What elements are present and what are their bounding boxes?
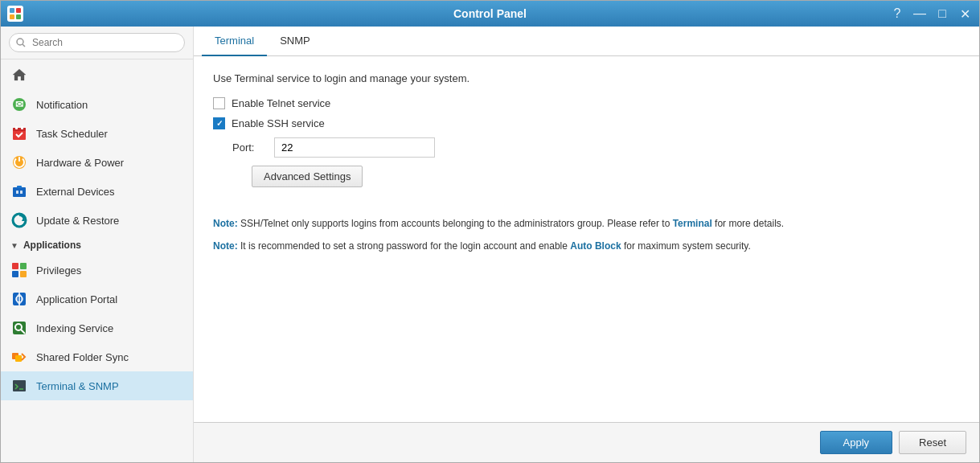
title-bar: Control Panel ? — □ ✕ — [1, 1, 979, 27]
hardware-power-icon — [10, 154, 28, 171]
close-button[interactable]: ✕ — [957, 6, 973, 22]
bottom-bar: Apply Reset — [194, 422, 979, 462]
home-icon — [10, 66, 28, 84]
application-portal-icon — [10, 290, 28, 308]
svg-rect-32 — [13, 380, 26, 391]
note1-label: Note: — [213, 218, 238, 229]
sidebar-label-privileges: Privileges — [36, 264, 81, 277]
window-controls: ? — □ ✕ — [889, 6, 973, 22]
port-row: Port: — [232, 137, 960, 158]
sidebar-label-external-devices: External Devices — [36, 186, 115, 198]
tab-terminal[interactable]: Terminal — [202, 27, 267, 56]
help-button[interactable]: ? — [889, 6, 905, 21]
ssh-checkbox-wrapper: Enable SSH service — [213, 117, 325, 129]
sidebar-label-application-portal: Application Portal — [36, 293, 117, 305]
external-devices-icon — [10, 182, 28, 200]
sidebar-item-external-devices[interactable]: External Devices — [1, 177, 193, 206]
note1: Note: SSH/Telnet only supports logins fr… — [213, 216, 960, 231]
sidebar-item-hardware-power[interactable]: Hardware & Power — [1, 148, 193, 177]
sidebar-label-task-scheduler: Task Scheduler — [36, 128, 108, 140]
panel-content: Use Terminal service to login and manage… — [194, 56, 979, 422]
window-title: Control Panel — [453, 7, 527, 20]
panel-description: Use Terminal service to login and manage… — [213, 72, 960, 84]
sidebar-item-update-restore[interactable]: Update & Restore — [1, 206, 193, 235]
ssh-checkbox[interactable] — [213, 117, 225, 129]
note1-text: SSH/Telnet only supports logins from acc… — [240, 218, 673, 229]
sidebar-home[interactable] — [1, 59, 193, 90]
svg-rect-1 — [16, 8, 21, 13]
shared-folder-sync-icon — [10, 348, 28, 366]
sidebar-item-terminal-snmp[interactable]: Terminal & SNMP — [1, 371, 193, 400]
applications-section-header[interactable]: ▼ Applications — [1, 235, 193, 256]
telnet-checkbox[interactable] — [213, 97, 225, 109]
sidebar: ✉ Notification Task Scheduler — [1, 27, 194, 462]
sidebar-item-privileges[interactable]: Privileges — [1, 256, 193, 285]
advanced-settings-area: Advanced Settings — [232, 166, 960, 200]
svg-rect-15 — [16, 191, 18, 194]
svg-rect-22 — [20, 271, 27, 277]
telnet-checkbox-wrapper: Enable Telnet service — [213, 97, 330, 109]
tab-snmp[interactable]: SNMP — [267, 27, 323, 56]
note2-suffix: for maximum system security. — [624, 240, 751, 252]
ssh-row: Enable SSH service — [213, 117, 960, 129]
content-area: Terminal SNMP Use Terminal service to lo… — [194, 27, 979, 462]
svg-rect-10 — [21, 126, 23, 129]
terminal-link[interactable]: Terminal — [673, 218, 712, 229]
svg-rect-14 — [17, 186, 22, 188]
terminal-snmp-icon — [10, 377, 28, 395]
svg-rect-3 — [16, 14, 21, 19]
main-layout: ✉ Notification Task Scheduler — [1, 27, 979, 462]
notification-icon: ✉ — [10, 96, 28, 113]
note2-text: It is recommended to set a strong passwo… — [240, 240, 570, 252]
svg-rect-9 — [15, 126, 18, 129]
sidebar-item-shared-folder-sync[interactable]: Shared Folder Sync — [1, 342, 193, 371]
svg-rect-2 — [10, 14, 14, 19]
sidebar-item-application-portal[interactable]: Application Portal — [1, 285, 193, 313]
svg-rect-13 — [13, 187, 26, 197]
port-label: Port: — [232, 141, 264, 154]
sidebar-item-notification[interactable]: ✉ Notification — [1, 90, 193, 119]
applications-section-label: Applications — [23, 240, 81, 251]
sidebar-label-terminal-snmp: Terminal & SNMP — [36, 380, 119, 392]
sidebar-label-notification: Notification — [36, 99, 88, 111]
privileges-icon — [10, 261, 28, 279]
sidebar-label-indexing-service: Indexing Service — [36, 322, 113, 334]
svg-rect-8 — [13, 128, 26, 131]
reset-button[interactable]: Reset — [899, 431, 966, 454]
note1-suffix: for more details. — [715, 218, 784, 229]
sidebar-search-area — [1, 27, 193, 59]
chevron-icon: ▼ — [10, 241, 18, 250]
maximize-button[interactable]: □ — [934, 6, 950, 21]
sidebar-item-task-scheduler[interactable]: Task Scheduler — [1, 119, 193, 148]
tabs-bar: Terminal SNMP — [194, 27, 979, 56]
search-input[interactable] — [9, 33, 185, 52]
svg-rect-31 — [15, 355, 22, 362]
svg-rect-0 — [10, 8, 14, 13]
svg-rect-12 — [18, 157, 20, 162]
app-icon — [7, 6, 23, 22]
sidebar-label-update-restore: Update & Restore — [36, 215, 119, 227]
title-bar-left — [7, 6, 23, 22]
port-input[interactable] — [274, 137, 435, 158]
svg-marker-4 — [13, 69, 26, 80]
control-panel-window: Control Panel ? — □ ✕ — [0, 0, 980, 463]
indexing-service-icon — [10, 319, 28, 337]
svg-rect-20 — [20, 263, 27, 269]
update-restore-icon — [10, 211, 28, 229]
sidebar-label-hardware-power: Hardware & Power — [36, 157, 124, 169]
sidebar-item-indexing-service[interactable]: Indexing Service — [1, 313, 193, 342]
telnet-label: Enable Telnet service — [232, 97, 330, 109]
apply-button[interactable]: Apply — [820, 431, 893, 454]
minimize-button[interactable]: — — [912, 6, 928, 21]
note2: Note: It is recommended to set a strong … — [213, 239, 960, 253]
note2-label: Note: — [213, 240, 238, 252]
task-scheduler-icon — [10, 125, 28, 142]
svg-rect-16 — [20, 191, 23, 194]
advanced-settings-button[interactable]: Advanced Settings — [252, 166, 363, 187]
auto-block-link[interactable]: Auto Block — [570, 240, 621, 252]
svg-rect-19 — [12, 263, 18, 269]
svg-text:✉: ✉ — [15, 99, 23, 110]
sidebar-label-shared-folder-sync: Shared Folder Sync — [36, 351, 129, 363]
telnet-row: Enable Telnet service — [213, 97, 960, 109]
svg-rect-21 — [12, 271, 18, 277]
